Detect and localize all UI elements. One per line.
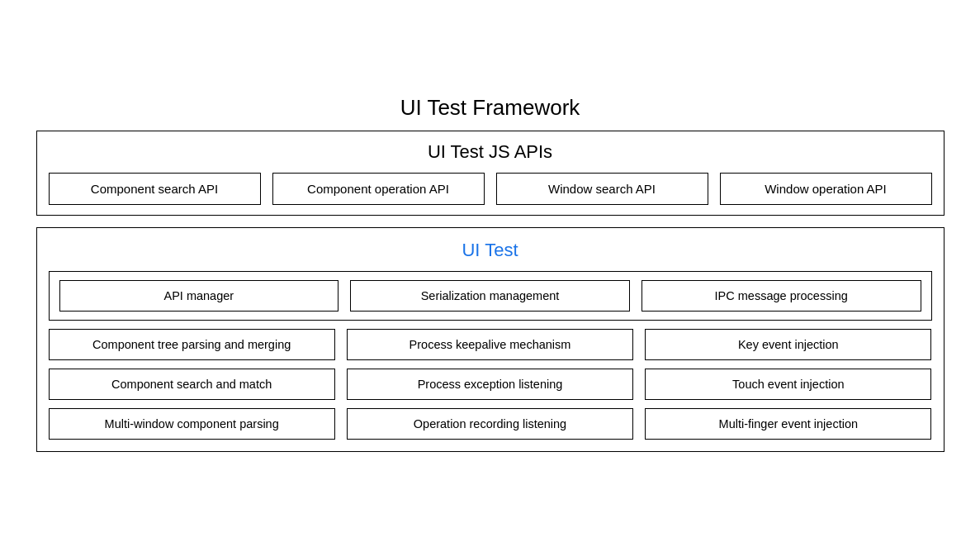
js-apis-outer-box: UI Test JS APIs Component search API Com… [36,131,944,216]
grid-cell-2-0: Multi-window component parsing [49,408,335,440]
diagram-wrapper: UI Test Framework UI Test JS APIs Compon… [20,78,961,469]
core-cell-2: IPC message processing [641,280,921,312]
grid-row-0: Component tree parsing and merging Proce… [49,329,932,360]
js-apis-title: UI Test JS APIs [49,141,932,163]
uitest-title: UI Test [49,240,932,261]
api-box-3: Window operation API [720,173,932,205]
uitest-outer-box: UI Test API manager Serialization manage… [36,227,944,452]
grid-cell-0-1: Process keepalive mechanism [347,329,633,360]
grid-cell-0-2: Key event injection [645,329,931,360]
core-cell-1: Serialization management [350,280,630,312]
grid-cell-1-2: Touch event injection [645,369,931,400]
api-box-0: Component search API [49,173,261,205]
core-cell-0: API manager [59,280,339,312]
grid-cell-2-2: Multi-finger event injection [645,408,931,440]
api-row: Component search API Component operation… [49,173,932,205]
core-group-row: API manager Serialization management IPC… [59,280,921,312]
core-group-box: API manager Serialization management IPC… [49,271,932,321]
grid-cell-1-0: Component search and match [49,369,335,400]
grid-cell-1-1: Process exception listening [347,369,633,400]
grid-row-1: Component search and match Process excep… [49,369,932,400]
outer-title: UI Test Framework [36,95,944,121]
grid-row-2: Multi-window component parsing Operation… [49,408,932,440]
api-box-2: Window search API [496,173,708,205]
grid-cell-2-1: Operation recording listening [347,408,633,440]
grid-cell-0-0: Component tree parsing and merging [49,329,335,360]
api-box-1: Component operation API [272,173,485,205]
